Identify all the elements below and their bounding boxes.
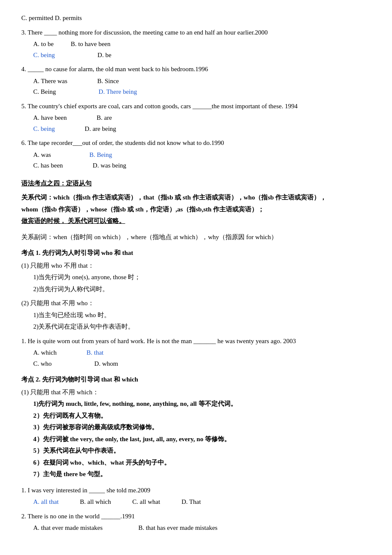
kp1-r1-1: 1)当先行词为 one(s), anyone, those 时；: [33, 272, 371, 283]
kp2-q1-text: 1. I was very interested in _____ she to…: [21, 485, 371, 496]
kp1-rule1: (1) 只能用 who 不用 that：: [21, 260, 371, 272]
line-permitted: C. permitted D. permits: [21, 13, 371, 24]
kp2-r1-4: 4）先行词被 the very, the only, the last, jus…: [33, 434, 371, 445]
kp2-q1-option-c: C. all what: [132, 497, 160, 508]
grammar-line2: whom（指sb 作宾语），whose（指sb 或 sth，作定语）,as（指s…: [21, 204, 371, 215]
q6-options-row2: C. has been D. was being: [33, 160, 371, 171]
grammar-adv: 关系副词：when（指时间 on which），where（指地点 at whi…: [21, 232, 371, 243]
kp1-q1-text: 1. He is quite worn out from years of ha…: [21, 336, 371, 347]
q3-option-c: C. being: [33, 50, 55, 61]
q5-options-row2: C. being D. are being: [33, 124, 371, 135]
kp2-r1-1: 1)先行词为 much, little, few, nothing, none,…: [33, 399, 371, 410]
kp2-r1-7: 7）主句是 there be 句型。: [33, 469, 371, 480]
kp2-q1-option-d: D. That: [182, 497, 201, 508]
q6-option-d: D. was being: [93, 160, 127, 171]
q4-option-b: B. Since: [97, 76, 119, 87]
kp2-r1-5: 5）关系代词在从句中作表语。: [33, 445, 371, 457]
kp2-rule1: (1) 只能用 that 不用 which：: [21, 387, 371, 398]
q3-text: 3. There ____ nothing more for discussio…: [21, 27, 371, 38]
grammar-line1: 关系代词：which（指sth 作主语或宾语），that（指sb 或 sth 作…: [21, 192, 371, 203]
kp1-rule2: (2) 只能用 that 不用 who：: [21, 298, 371, 309]
q5-option-b: B. are: [97, 113, 112, 124]
option-c-permitted: C. permitted D. permits: [21, 14, 82, 21]
q5-text: 5. The country's chief exports are coal,…: [21, 101, 371, 112]
kp1-r1-2: 2)当先行词为人称代词时。: [33, 284, 371, 295]
kp1-q1-option-b: B. that: [86, 347, 104, 358]
kp2-q2-option-a: A. that ever made mistakes: [33, 524, 103, 531]
kp2-q2-options: A. that ever made mistakes B. that has e…: [33, 523, 371, 534]
kp2-q2-text: 2. There is no one in the world ______.1…: [21, 511, 371, 522]
kp2-q2-option-b: B. that has ever made mistakes: [138, 524, 218, 531]
q3-option-a: A. to be: [33, 39, 54, 50]
q5-option-c: C. being: [33, 124, 55, 135]
kp1-q1-options-row2: C. who D. whom: [33, 358, 371, 370]
kp2-r1-3: 3）先行词被形容词的最高级或序数词修饰。: [33, 422, 371, 433]
kp2-q1-options-row: A. all that B. all which C. all what D. …: [33, 497, 371, 508]
q6-option-c: C. has been: [33, 160, 63, 171]
section-title-relative-clause: 语法考点之四：定语从句: [21, 178, 371, 189]
q3-options-row1: A. to be B. to have been: [33, 39, 371, 50]
q3-options-row2: C. being D. be: [33, 50, 371, 61]
kp2-r1-2: 2）先行词既有人又有物。: [33, 410, 371, 422]
kp2-q1-option-a: A. all that: [33, 497, 59, 508]
kp2-title: 考点 2. 先行词为物时引导词 that 和 which: [21, 374, 371, 385]
q4-option-a: A. There was: [33, 76, 67, 87]
kp2-r1-6: 6）在疑问词 who、which、what 开头的句子中。: [33, 457, 371, 468]
q4-options-row2: C. Being D. There being: [33, 87, 371, 98]
q4-options-row1: A. There was B. Since: [33, 76, 371, 87]
q5-option-d: D. are being: [85, 124, 116, 135]
q4-option-c: C. Being: [33, 87, 56, 98]
kp1-q1-options-row1: A. which B. that: [33, 347, 371, 358]
q6-option-b: B. Being: [89, 150, 112, 161]
q6-option-a: A. was: [33, 150, 51, 161]
grammar-line3: 做宾语的时候， 关系代词可以省略。: [21, 216, 371, 227]
q6-options-row1: A. was B. Being: [33, 150, 371, 161]
q4-text: 4. _____ no cause for alarm, the old man…: [21, 64, 371, 75]
page-content: C. permitted D. permits 3. There ____ no…: [21, 13, 371, 534]
kp1-q1-option-c: C. who: [33, 358, 52, 370]
kp1-title: 考点 1. 先行词为人时引导词 who 和 that: [21, 248, 371, 259]
kp1-q1-option-a: A. which: [33, 347, 57, 358]
kp1-r2-1: 1)当主句已经出现 who 时。: [33, 310, 371, 321]
kp1-q1-option-d: D. whom: [94, 358, 118, 370]
q3-option-b: B. to have been: [71, 39, 110, 50]
q5-options-row1: A. have been B. are: [33, 113, 371, 124]
kp1-r2-2: 2)关系代词在定语从句中作表语时。: [33, 321, 371, 332]
q6-text: 6. The tape recorder___out of order, the…: [21, 138, 371, 149]
q4-option-d: D. There being: [98, 87, 137, 98]
kp2-q1-option-b: B. all which: [80, 497, 111, 508]
q3-option-d: D. be: [98, 50, 112, 61]
q5-option-a: A. have been: [33, 113, 67, 124]
